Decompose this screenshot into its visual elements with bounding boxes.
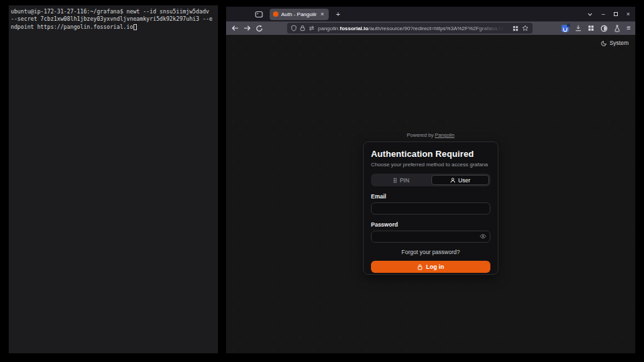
- browser-toolbar: pangolin.fossorial.io/auth/resource/90?r…: [226, 21, 635, 35]
- browser-tab[interactable]: Auth - Pangolin ×: [270, 9, 329, 20]
- password-input[interactable]: [371, 231, 490, 243]
- theme-toggle-label: System: [610, 40, 629, 46]
- tracking-shield-icon[interactable]: [291, 25, 297, 32]
- auth-method-tabs: PIN User: [371, 174, 490, 186]
- terminal-line: --secret 7cbz1xw08lh1jbzey03yxvndljvneam…: [11, 15, 217, 23]
- url-path: /auth/resource/90?redirect=https%3A%2F%2…: [368, 25, 509, 32]
- extensions-grid-icon[interactable]: [588, 25, 594, 32]
- maximize-button[interactable]: [614, 11, 618, 17]
- forward-button[interactable]: [243, 23, 252, 33]
- url-text[interactable]: pangolin.fossorial.io/auth/resource/90?r…: [318, 25, 509, 32]
- tab-user-label: User: [458, 177, 470, 184]
- minimize-button[interactable]: –: [602, 11, 605, 17]
- card-subtitle: Choose your preferred method to access g…: [371, 162, 490, 168]
- tab-list-chevron-icon[interactable]: [587, 11, 593, 17]
- darkreader-extension-icon[interactable]: [600, 25, 608, 32]
- password-label: Password: [371, 221, 490, 228]
- moon-icon: [601, 40, 607, 46]
- terminal-cursor: [133, 24, 137, 30]
- terminal-line: ndpoint https://pangolin.fossorial.io: [11, 23, 133, 31]
- url-subdomain: pangolin.: [318, 25, 339, 32]
- maximize-icon: [614, 12, 618, 16]
- toolbar-extensions-area: ≡: [561, 25, 631, 32]
- powered-by-text: Powered by: [407, 132, 434, 138]
- window-close-button[interactable]: ×: [627, 11, 630, 17]
- tab-title: Auth - Pangolin: [281, 11, 317, 17]
- new-tab-button[interactable]: +: [333, 10, 343, 18]
- pangolin-link[interactable]: Pangolin: [435, 132, 454, 138]
- email-input[interactable]: [371, 202, 490, 215]
- password-field-wrap: [371, 228, 490, 243]
- person-icon: [450, 178, 455, 183]
- permissions-switch-icon[interactable]: [309, 25, 315, 31]
- login-button-label: Log in: [426, 263, 444, 270]
- browser-window: Auth - Pangolin × + – ×: [226, 7, 635, 353]
- menu-icon[interactable]: ≡: [627, 25, 631, 32]
- flask-extension-icon[interactable]: [614, 25, 621, 32]
- terminal-line: ubuntu@ip-172-31-27-116:~/grafana$ newt …: [11, 8, 217, 15]
- firefox-view-icon[interactable]: [253, 9, 265, 19]
- card-title: Authentication Required: [371, 149, 490, 159]
- show-password-eye-icon[interactable]: [480, 234, 486, 239]
- lock-icon[interactable]: [300, 25, 305, 32]
- tab-pin[interactable]: PIN: [372, 175, 430, 185]
- terminal-window[interactable]: ubuntu@ip-172-31-27-116:~/grafana$ newt …: [9, 5, 218, 353]
- pin-keypad-icon: [393, 178, 397, 183]
- extension-badge: [567, 23, 570, 27]
- powered-by: Powered by Pangolin: [226, 132, 635, 138]
- tab-user[interactable]: User: [431, 175, 489, 185]
- pangolin-favicon-icon: [273, 11, 278, 17]
- tab-pin-label: PIN: [400, 177, 409, 184]
- forgot-password-link[interactable]: Forgot your password?: [371, 249, 490, 255]
- login-button[interactable]: Log in: [371, 261, 490, 273]
- back-button[interactable]: [231, 23, 239, 33]
- address-bar[interactable]: pangolin.fossorial.io/auth/resource/90?r…: [287, 23, 533, 34]
- extension-shield-icon[interactable]: [561, 25, 569, 32]
- desktop: ubuntu@ip-172-31-27-116:~/grafana$ newt …: [0, 0, 644, 362]
- email-label: Email: [371, 193, 490, 200]
- auth-card: Authentication Required Choose your pref…: [363, 141, 498, 275]
- url-domain: fossorial.io: [339, 25, 368, 32]
- page-content: System Powered by Pangolin Authenticatio…: [226, 35, 635, 353]
- downloads-icon[interactable]: [575, 25, 582, 32]
- containers-grid-icon[interactable]: [513, 25, 519, 32]
- tab-close-icon[interactable]: ×: [319, 11, 325, 17]
- reload-button[interactable]: [255, 23, 264, 33]
- theme-toggle[interactable]: System: [601, 40, 629, 46]
- login-lock-icon: [417, 264, 423, 270]
- bookmark-star-icon[interactable]: [522, 25, 529, 32]
- browser-tab-bar: Auth - Pangolin × + – ×: [226, 7, 635, 21]
